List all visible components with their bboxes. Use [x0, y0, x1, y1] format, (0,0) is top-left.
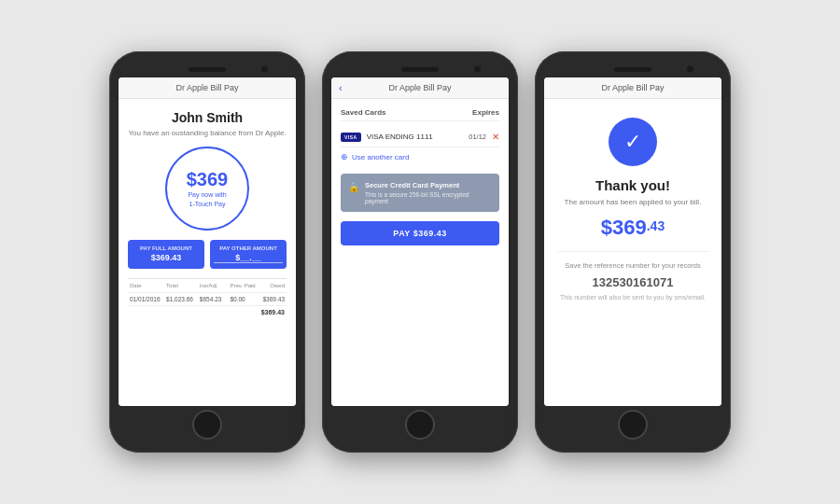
plus-circle-icon: ⊕: [341, 152, 348, 161]
visa-icon: VISA: [341, 133, 361, 142]
patient-name: John Smith: [172, 110, 243, 125]
pay-other-input[interactable]: $__.__: [214, 253, 283, 263]
secure-text: Secure Credit Card Payment This is a sec…: [365, 181, 492, 204]
phone-1: Dr Apple Bill Pay John Smith You have an…: [109, 51, 305, 453]
pay-full-button[interactable]: PAY FULL AMOUNT $369.43: [128, 240, 204, 269]
reference-number: 132530161071: [593, 275, 674, 289]
col-owed-header: Owed: [258, 283, 285, 288]
col-ins-header: Ins/Adj: [200, 283, 231, 288]
phone-1-top: [119, 61, 296, 77]
speaker-1: [189, 67, 226, 72]
saved-cards-header: Saved Cards Expires: [341, 108, 499, 121]
camera-2: [474, 66, 481, 73]
phone-1-bottom: [119, 406, 296, 443]
success-circle: ✓: [609, 118, 657, 166]
camera-1: [261, 66, 268, 73]
back-arrow[interactable]: ‹: [339, 82, 343, 93]
phone-3: Dr Apple Bill Pay ✓ Thank you! The amoun…: [535, 51, 731, 453]
use-another-label: Use another card: [352, 153, 409, 161]
final-dollars: $369: [601, 217, 647, 238]
card-info: VISA ENDING 1111: [367, 133, 469, 141]
pay-other-button[interactable]: PAY OTHER AMOUNT $__.__: [210, 240, 287, 269]
speaker-3: [614, 67, 651, 72]
divider: [557, 251, 708, 252]
payment-buttons: PAY FULL AMOUNT $369.43 PAY OTHER AMOUNT…: [128, 240, 287, 269]
pay-full-label: PAY FULL AMOUNT: [132, 245, 201, 251]
phone-2-content: Saved Cards Expires VISA VISA ENDING 111…: [331, 99, 509, 406]
applied-text: The amount has been applied to your bill…: [565, 198, 702, 206]
circle-amount: $369: [187, 169, 229, 190]
phone-2-screen: ‹ Dr Apple Bill Pay Saved Cards Expires …: [331, 77, 509, 406]
table-header-row: Date Total Ins/Adj Prev. Paid Owed: [128, 279, 287, 293]
phone-3-title: Dr Apple Bill Pay: [601, 83, 664, 92]
sms-note: This number will also be sent to you by …: [560, 294, 706, 301]
home-button-3[interactable]: [618, 410, 648, 440]
phone-2-top: [331, 61, 509, 77]
speaker-2: [401, 67, 439, 72]
home-button-1[interactable]: [192, 410, 222, 440]
secure-title: Secure Credit Card Payment: [365, 181, 492, 189]
row-ins: $654.23: [200, 296, 231, 302]
phone-1-title: Dr Apple Bill Pay: [175, 83, 238, 92]
saved-cards-label: Saved Cards: [341, 108, 385, 117]
final-amount: $369 .43: [601, 217, 665, 238]
phone-3-screen: Dr Apple Bill Pay ✓ Thank you! The amoun…: [544, 77, 721, 406]
phone-1-screen: Dr Apple Bill Pay John Smith You have an…: [119, 77, 296, 406]
pay-other-label: PAY OTHER AMOUNT: [214, 245, 283, 251]
thank-you-title: Thank you!: [595, 177, 670, 193]
col-prev-header: Prev. Paid: [230, 283, 257, 288]
col-total-header: Total: [166, 283, 200, 288]
card-expiry: 01/12: [469, 133, 486, 141]
camera-3: [687, 66, 693, 73]
billing-table: Date Total Ins/Adj Prev. Paid Owed 01/01…: [128, 278, 287, 318]
pay-touch-label: Pay now with 1-Touch Pay: [188, 190, 226, 207]
checkmark-icon: ✓: [624, 130, 641, 154]
row-date: 01/01/2016: [130, 296, 166, 302]
phone-3-content: ✓ Thank you! The amount has been applied…: [544, 99, 721, 406]
row-total: $1,023.66: [166, 296, 200, 302]
use-another-card[interactable]: ⊕ Use another card: [341, 147, 499, 166]
pay-full-amount: $369.43: [132, 253, 201, 262]
row-prev: $0.00: [230, 296, 257, 302]
amount-circle: $369 Pay now with 1-Touch Pay: [165, 147, 249, 231]
expires-label: Expires: [472, 108, 499, 117]
phone-2-header: ‹ Dr Apple Bill Pay: [331, 77, 509, 99]
phone-1-content: John Smith You have an oustanding balanc…: [119, 99, 296, 406]
table-total: $369.43: [128, 306, 287, 318]
card-row: VISA VISA ENDING 1111 01/12 ✕: [341, 127, 499, 147]
phone-2: ‹ Dr Apple Bill Pay Saved Cards Expires …: [322, 51, 518, 453]
phone-1-header: Dr Apple Bill Pay: [119, 77, 296, 99]
secure-subtitle: This is a secure 256-bit SSL encrypted p…: [365, 191, 492, 204]
balance-subtitle: You have an oustanding balance from Dr A…: [128, 129, 286, 137]
col-date-header: Date: [130, 283, 166, 288]
pay-now-button[interactable]: PAY $369.43: [341, 221, 499, 245]
final-cents: .43: [647, 219, 665, 232]
secure-payment-box: 🔒 Secure Credit Card Payment This is a s…: [341, 174, 499, 212]
home-button-2[interactable]: [405, 410, 435, 440]
phone-3-top: [544, 61, 721, 77]
phone-3-bottom: [544, 406, 721, 443]
phone-2-bottom: [331, 406, 509, 443]
table-row: 01/01/2016 $1,023.66 $654.23 $0.00 $369.…: [128, 293, 287, 306]
phone-3-header: Dr Apple Bill Pay: [544, 77, 721, 99]
save-ref-label: Save the reference number for your recor…: [565, 261, 701, 270]
lock-icon: 🔒: [348, 182, 359, 192]
delete-card-button[interactable]: ✕: [492, 132, 499, 142]
row-owed: $369.43: [258, 296, 285, 302]
phone-2-title: Dr Apple Bill Pay: [388, 83, 451, 92]
